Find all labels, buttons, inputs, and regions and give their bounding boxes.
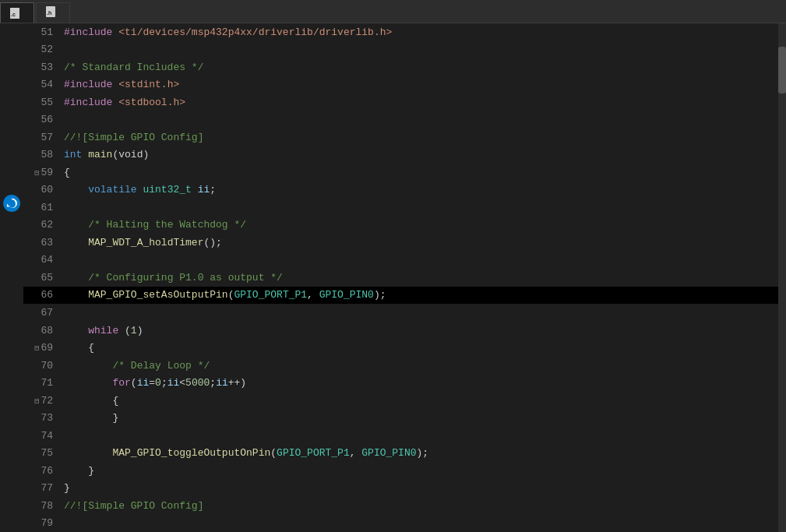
scrollbar-thumb[interactable] (778, 47, 786, 93)
svg-text:.c: .c (11, 12, 16, 17)
code-table: 51#include <ti/devices/msp432p4xx/driver… (23, 23, 786, 532)
line-number: 51 (23, 23, 61, 41)
code-area: 51#include <ti/devices/msp432p4xx/driver… (23, 23, 786, 532)
line-code: } (61, 462, 786, 480)
table-row: ⊟59{ (23, 164, 786, 181)
line-number: 70 (23, 357, 61, 375)
line-code: } (61, 479, 786, 497)
vertical-scrollbar[interactable] (778, 23, 786, 532)
line-code: { (61, 339, 786, 357)
line-number: 62 (23, 217, 61, 234)
line-code (61, 252, 786, 270)
table-row: 66 MAP_GPIO_setAsOutputPin(GPIO_PORT_P1,… (23, 287, 786, 305)
line-number: ⊟72 (23, 392, 61, 410)
line-number: 76 (23, 462, 61, 480)
line-number: 64 (23, 252, 61, 270)
tab-rom-map[interactable]: .h (36, 2, 70, 23)
line-number: 54 (23, 76, 61, 94)
table-row: 61 (23, 199, 786, 217)
table-row: 53/* Standard Includes */ (23, 58, 786, 76)
line-code: { (61, 164, 786, 181)
line-number: 66 (23, 287, 61, 305)
svg-text:.h: .h (47, 10, 51, 16)
line-code: { (61, 392, 786, 410)
line-code: #include <stdint.h> (61, 76, 786, 94)
line-number: 61 (23, 199, 61, 217)
line-number: ⊟59 (23, 164, 61, 181)
line-number: 63 (23, 234, 61, 252)
table-row: 60 volatile uint32_t ii; (23, 181, 786, 199)
line-code: while (1) (61, 322, 786, 340)
line-number: 57 (23, 129, 61, 146)
line-code: volatile uint32_t ii; (61, 181, 786, 199)
line-number: 73 (23, 409, 61, 427)
collapse-icon[interactable]: ⊟ (34, 344, 39, 353)
table-row: 71 for(ii=0;ii<5000;ii++) (23, 374, 786, 392)
line-number: ⊟69 (23, 339, 61, 357)
line-number: 56 (23, 111, 61, 129)
table-row: 74 (23, 427, 786, 445)
line-number: 68 (23, 322, 61, 340)
line-code (61, 304, 786, 322)
line-code: #include <stdbool.h> (61, 93, 786, 111)
refresh-button[interactable] (3, 195, 20, 212)
line-code (61, 41, 786, 59)
table-row: 75 MAP_GPIO_toggleOutputOnPin(GPIO_PORT_… (23, 444, 786, 462)
tab-bar: .c .h (0, 0, 786, 23)
line-code (61, 199, 786, 217)
line-code: #include <ti/devices/msp432p4xx/driverli… (61, 23, 786, 41)
left-gutter (0, 23, 23, 532)
line-number: 67 (23, 304, 61, 322)
table-row: 78//![Simple GPIO Config] (23, 497, 786, 515)
table-row: 77} (23, 479, 786, 497)
line-code: /* Standard Includes */ (61, 58, 786, 76)
table-row: 58int main(void) (23, 146, 786, 164)
line-code: //![Simple GPIO Config] (61, 497, 786, 515)
line-code (61, 111, 786, 129)
line-number: 74 (23, 427, 61, 445)
table-row: 79 (23, 514, 786, 532)
line-code (61, 514, 786, 532)
line-code: /* Delay Loop */ (61, 357, 786, 375)
editor-area: 51#include <ti/devices/msp432p4xx/driver… (0, 23, 786, 532)
line-number: 58 (23, 146, 61, 164)
line-code (61, 427, 786, 445)
table-row: ⊟69 { (23, 339, 786, 357)
h-file-icon: .h (46, 6, 55, 20)
table-row: 62 /* Halting the Watchdog */ (23, 217, 786, 234)
line-code: MAP_GPIO_toggleOutputOnPin(GPIO_PORT_P1,… (61, 444, 786, 462)
table-row: 54#include <stdint.h> (23, 76, 786, 94)
line-number: 78 (23, 497, 61, 515)
line-number: 53 (23, 58, 61, 76)
table-row: 64 (23, 252, 786, 270)
table-row: 57//![Simple GPIO Config] (23, 129, 786, 146)
line-code: //![Simple GPIO Config] (61, 129, 786, 146)
line-number: 75 (23, 444, 61, 462)
table-row: 76 } (23, 462, 786, 480)
line-number: 65 (23, 269, 61, 287)
c-file-icon: .c (10, 8, 19, 19)
table-row: 55#include <stdbool.h> (23, 93, 786, 111)
line-code: for(ii=0;ii<5000;ii++) (61, 374, 786, 392)
line-number: 55 (23, 93, 61, 111)
tab-gpio[interactable]: .c (0, 2, 34, 23)
line-code: } (61, 409, 786, 427)
table-row: ⊟72 { (23, 392, 786, 410)
collapse-icon[interactable]: ⊟ (34, 169, 39, 178)
line-number: 79 (23, 514, 61, 532)
line-code: int main(void) (61, 146, 786, 164)
line-number: 71 (23, 374, 61, 392)
table-row: 73 } (23, 409, 786, 427)
table-row: 52 (23, 41, 786, 59)
line-code: MAP_GPIO_setAsOutputPin(GPIO_PORT_P1, GP… (61, 287, 786, 305)
table-row: 68 while (1) (23, 322, 786, 340)
table-row: 67 (23, 304, 786, 322)
collapse-icon[interactable]: ⊟ (34, 397, 39, 406)
line-code: MAP_WDT_A_holdTimer(); (61, 234, 786, 252)
line-code: /* Halting the Watchdog */ (61, 217, 786, 234)
table-row: 65 /* Configuring P1.0 as output */ (23, 269, 786, 287)
table-row: 63 MAP_WDT_A_holdTimer(); (23, 234, 786, 252)
line-number: 77 (23, 479, 61, 497)
line-number: 60 (23, 181, 61, 199)
table-row: 56 (23, 111, 786, 129)
